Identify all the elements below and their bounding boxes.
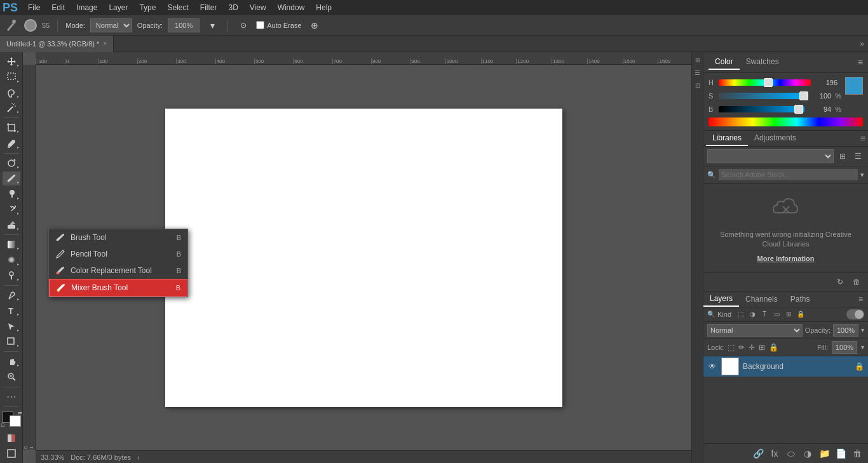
panel-icon-1[interactable]: ⊞ bbox=[693, 55, 703, 65]
lock-transparent-icon[interactable]: ⬚ bbox=[728, 343, 735, 352]
menu-window[interactable]: Window bbox=[273, 2, 310, 13]
lock-artboard-icon[interactable]: ⊞ bbox=[759, 343, 765, 352]
quick-mask-btn[interactable] bbox=[3, 431, 20, 445]
menu-3d[interactable]: 3D bbox=[223, 2, 243, 13]
auto-erase-label[interactable]: Auto Erase bbox=[267, 22, 301, 29]
filter-pixel-icon[interactable]: ⬚ bbox=[735, 309, 745, 319]
zoom-tool-btn[interactable] bbox=[3, 370, 20, 384]
gradient-tool-btn[interactable]: ▸ bbox=[3, 238, 20, 252]
saturation-thumb[interactable] bbox=[799, 91, 808, 100]
panel-icon-3[interactable]: ⊡ bbox=[693, 80, 703, 90]
opacity-input[interactable] bbox=[168, 18, 200, 32]
background-color[interactable] bbox=[10, 415, 21, 427]
history-brush-btn[interactable]: ▸ bbox=[3, 203, 20, 217]
link-layers-btn[interactable]: 🔗 bbox=[751, 446, 765, 460]
hue-slider[interactable] bbox=[719, 79, 811, 86]
blur-tool-btn[interactable]: ▸ bbox=[3, 253, 20, 267]
lasso-tool-btn[interactable]: ▸ bbox=[3, 86, 20, 100]
libraries-search-input[interactable] bbox=[719, 169, 858, 180]
menu-edit[interactable]: Edit bbox=[46, 2, 70, 13]
document-canvas[interactable] bbox=[165, 109, 562, 407]
new-adjustment-btn[interactable]: ◑ bbox=[801, 446, 815, 460]
tablet-stylus-btn[interactable]: ⊕ bbox=[307, 18, 322, 33]
filter-lock-icon[interactable]: 🔒 bbox=[796, 309, 806, 319]
menu-layer[interactable]: Layer bbox=[104, 2, 133, 13]
layers-tab[interactable]: Layers bbox=[703, 292, 739, 307]
libraries-dropdown[interactable] bbox=[707, 149, 834, 163]
new-layer-btn[interactable]: 📄 bbox=[834, 446, 848, 460]
opacity-field[interactable] bbox=[833, 324, 858, 337]
dodge-tool-btn[interactable]: ▸ bbox=[3, 269, 20, 283]
saturation-slider[interactable] bbox=[719, 93, 804, 99]
tablet-pressure-btn[interactable]: ⊙ bbox=[236, 18, 251, 33]
ctx-pencil-tool[interactable]: Pencil Tool B bbox=[49, 246, 187, 262]
layers-filter-toggle[interactable] bbox=[846, 309, 864, 319]
menu-filter[interactable]: Filter bbox=[195, 2, 222, 13]
add-style-btn[interactable]: fx bbox=[768, 446, 782, 460]
color-panel-menu-icon[interactable]: ≡ bbox=[858, 57, 863, 67]
fill-field[interactable] bbox=[832, 341, 857, 354]
libraries-tab[interactable]: Libraries bbox=[706, 131, 748, 146]
text-tool-btn[interactable]: T ▸ bbox=[3, 304, 20, 318]
default-colors-icon[interactable]: ⊡ bbox=[1, 422, 5, 428]
menu-file[interactable]: File bbox=[23, 2, 45, 13]
fill-arrow[interactable]: ▾ bbox=[861, 344, 864, 351]
healing-tool-btn[interactable]: ▸ bbox=[3, 156, 20, 170]
search-expand-icon[interactable]: ▾ bbox=[860, 171, 864, 179]
screen-mode-btn[interactable] bbox=[3, 446, 20, 460]
mode-select[interactable]: Normal bbox=[90, 18, 132, 32]
menu-select[interactable]: Select bbox=[162, 2, 193, 13]
hue-thumb[interactable] bbox=[764, 78, 773, 87]
opacity-dropdown-btn[interactable]: ▾ bbox=[205, 18, 220, 33]
blend-mode-select[interactable]: Normal bbox=[707, 324, 803, 337]
menu-help[interactable]: Help bbox=[311, 2, 337, 13]
lock-all-icon[interactable]: 🔒 bbox=[769, 343, 778, 352]
crop-tool-btn[interactable]: ▸ bbox=[3, 121, 20, 135]
menu-view[interactable]: View bbox=[245, 2, 271, 13]
ctx-brush-tool[interactable]: Brush Tool B bbox=[49, 229, 187, 246]
document-tab[interactable]: Untitled-1 @ 33.3% (RGB/8) * × bbox=[0, 36, 114, 52]
lock-position-icon[interactable]: ✛ bbox=[749, 343, 755, 352]
brush-tool-btn[interactable]: ▸ bbox=[3, 171, 20, 185]
layer-background-row[interactable]: 👁 Background 🔒 bbox=[703, 356, 868, 377]
channels-tab[interactable]: Channels bbox=[739, 292, 784, 306]
color-preview-swatch[interactable] bbox=[845, 77, 863, 95]
move-tool-btn[interactable]: ▸ bbox=[3, 55, 20, 69]
adjustments-tab[interactable]: Adjustments bbox=[748, 131, 803, 146]
brightness-slider[interactable] bbox=[719, 106, 804, 112]
menu-image[interactable]: Image bbox=[71, 2, 102, 13]
lib-sync-icon[interactable]: ↻ bbox=[834, 276, 846, 288]
opacity-arrow[interactable]: ▾ bbox=[861, 326, 864, 333]
swap-colors-icon[interactable]: ⇄ bbox=[18, 410, 22, 416]
clone-stamp-btn[interactable]: ▸ bbox=[3, 187, 20, 201]
status-arrow[interactable]: › bbox=[137, 453, 140, 461]
lock-paint-icon[interactable]: ✏ bbox=[738, 343, 745, 352]
marquee-tool-btn[interactable]: ▸ bbox=[3, 70, 20, 84]
ctx-color-replacement-tool[interactable]: Color Replacement Tool B bbox=[49, 262, 187, 279]
eyedropper-tool-btn[interactable]: ▸ bbox=[3, 136, 20, 150]
hand-tool-btn[interactable]: ▸ bbox=[3, 354, 20, 368]
magic-wand-btn[interactable]: ▸ bbox=[3, 101, 20, 115]
brightness-thumb[interactable] bbox=[794, 105, 803, 114]
extra-tools-btn[interactable]: ⋯ bbox=[3, 389, 20, 403]
layer-visibility-icon[interactable]: 👁 bbox=[707, 361, 717, 372]
spectrum-bar[interactable] bbox=[709, 117, 863, 126]
tab-close-btn[interactable]: × bbox=[103, 40, 107, 47]
color-tab[interactable]: Color bbox=[709, 55, 740, 70]
delete-layer-btn[interactable]: 🗑 bbox=[850, 446, 864, 460]
panel-collapse-btn[interactable]: » bbox=[856, 39, 868, 48]
layers-panel-menu-icon[interactable]: ≡ bbox=[853, 295, 868, 304]
brush-preview[interactable] bbox=[24, 19, 37, 32]
shape-tool-btn[interactable]: ▸ bbox=[3, 335, 20, 349]
new-group-btn[interactable]: 📁 bbox=[817, 446, 831, 460]
path-select-btn[interactable]: ▸ bbox=[3, 319, 20, 333]
filter-shape-icon[interactable]: ▭ bbox=[771, 309, 782, 319]
filter-adjustment-icon[interactable]: ◑ bbox=[747, 309, 757, 319]
color-swatches[interactable]: ⇄ ⊡ bbox=[2, 412, 21, 427]
pen-tool-btn[interactable]: ▸ bbox=[3, 288, 20, 302]
lib-delete-icon[interactable]: 🗑 bbox=[850, 276, 863, 288]
filter-text-icon[interactable]: T bbox=[759, 309, 770, 319]
add-mask-btn[interactable]: ⬭ bbox=[784, 446, 798, 460]
libraries-panel-menu-icon[interactable]: ≡ bbox=[860, 133, 865, 144]
more-info-link[interactable]: More information bbox=[757, 255, 815, 262]
